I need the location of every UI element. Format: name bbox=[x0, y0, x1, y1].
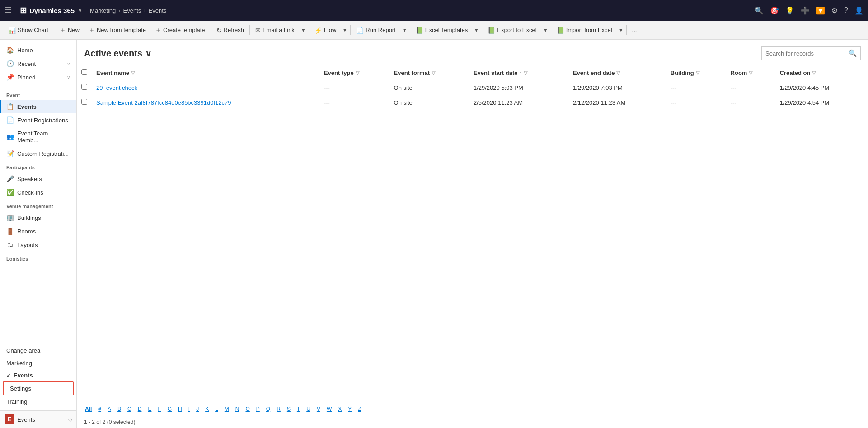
refresh-button[interactable]: ↻ Refresh bbox=[212, 24, 249, 36]
filter-room-icon[interactable]: ▽ bbox=[749, 70, 752, 76]
brand-chevron[interactable]: ∨ bbox=[78, 8, 82, 14]
alpha-btn-s[interactable]: S bbox=[284, 405, 293, 413]
email-dropdown-button[interactable]: ▾ bbox=[299, 24, 308, 36]
brand[interactable]: ⊞ Dynamics 365 ∨ bbox=[20, 5, 82, 15]
run-report-button[interactable]: 📄 Run Report bbox=[352, 24, 400, 36]
filter-created-on-icon[interactable]: ▽ bbox=[812, 70, 816, 76]
search-submit-button[interactable]: 🔍 bbox=[845, 49, 861, 57]
search-input[interactable] bbox=[762, 50, 845, 57]
alpha-btn-u[interactable]: U bbox=[304, 405, 313, 413]
hamburger-icon[interactable]: ☰ bbox=[5, 5, 12, 15]
breadcrumb: Marketing › Events › Events bbox=[90, 7, 166, 14]
breadcrumb-app[interactable]: Marketing bbox=[90, 7, 116, 14]
filter-event-type-icon[interactable]: ▽ bbox=[356, 70, 359, 76]
alpha-btn-all[interactable]: All bbox=[82, 405, 94, 413]
row-checkbox[interactable] bbox=[81, 84, 87, 90]
alpha-btn-v[interactable]: V bbox=[314, 405, 323, 413]
target-icon[interactable]: 🎯 bbox=[770, 6, 779, 15]
sidebar-menu-settings-label: Settings bbox=[10, 385, 31, 392]
import-excel-dropdown[interactable]: ▾ bbox=[617, 24, 625, 36]
sidebar-menu-marketing[interactable]: Marketing bbox=[0, 357, 76, 369]
filter-event-name-icon[interactable]: ▽ bbox=[131, 70, 135, 76]
alpha-btn-d[interactable]: D bbox=[135, 405, 145, 413]
sidebar-item-pinned[interactable]: 📌 Pinned ∨ bbox=[0, 70, 76, 84]
toolbar-sep6 bbox=[410, 25, 410, 35]
alpha-btn-#[interactable]: # bbox=[95, 405, 104, 413]
sidebar-item-speakers[interactable]: 🎤 Speakers bbox=[0, 172, 76, 186]
col-building-label: Building bbox=[671, 70, 694, 76]
alpha-btn-k[interactable]: K bbox=[202, 405, 211, 413]
sidebar-item-rooms[interactable]: 🚪 Rooms bbox=[0, 224, 76, 238]
excel-templates-button[interactable]: 📗 Excel Templates bbox=[411, 24, 472, 36]
alpha-btn-h[interactable]: H bbox=[175, 405, 185, 413]
lightbulb-icon[interactable]: 💡 bbox=[785, 6, 794, 15]
chart-icon: 📊 bbox=[8, 27, 16, 34]
sidebar-item-layouts[interactable]: 🗂 Layouts bbox=[0, 238, 76, 251]
sidebar-footer-brand[interactable]: E Events ◇ bbox=[0, 410, 76, 428]
alpha-btn-m[interactable]: M bbox=[222, 405, 232, 413]
alpha-btn-t[interactable]: T bbox=[294, 405, 303, 413]
person-icon[interactable]: 👤 bbox=[854, 6, 863, 15]
new-from-template-button[interactable]: ＋ New from template bbox=[84, 24, 150, 37]
export-to-excel-button[interactable]: 📗 Export to Excel bbox=[483, 24, 541, 36]
row-checkbox[interactable] bbox=[81, 99, 87, 105]
filter-nav-icon[interactable]: 🔽 bbox=[816, 6, 825, 15]
run-report-dropdown[interactable]: ▾ bbox=[400, 24, 409, 36]
alpha-btn-c[interactable]: C bbox=[125, 405, 134, 413]
create-template-button[interactable]: ＋ Create template bbox=[150, 24, 210, 37]
row-building: --- bbox=[666, 80, 726, 95]
export-excel-dropdown[interactable]: ▾ bbox=[541, 24, 550, 36]
sidebar-item-events[interactable]: 📋 Events bbox=[0, 100, 76, 113]
alpha-btn-n[interactable]: N bbox=[233, 405, 242, 413]
import-from-excel-button[interactable]: 📗 Import from Excel bbox=[552, 24, 617, 36]
alpha-btn-w[interactable]: W bbox=[324, 405, 334, 413]
sort-start-date-icon[interactable]: ↑ bbox=[519, 70, 522, 75]
filter-event-format-icon[interactable]: ▽ bbox=[432, 70, 435, 76]
show-chart-button[interactable]: 📊 Show Chart bbox=[4, 24, 53, 36]
flow-dropdown-button[interactable]: ▾ bbox=[341, 24, 349, 36]
alpha-btn-y[interactable]: Y bbox=[345, 405, 354, 413]
alpha-btn-f[interactable]: F bbox=[155, 405, 164, 413]
alpha-btn-j[interactable]: J bbox=[193, 405, 202, 413]
sidebar-item-home[interactable]: 🏠 Home bbox=[0, 43, 76, 57]
sidebar-menu-training[interactable]: Training bbox=[0, 395, 76, 408]
sidebar-menu-settings[interactable]: Settings bbox=[4, 382, 73, 395]
email-link-button[interactable]: ✉ Email a Link bbox=[251, 24, 299, 36]
alpha-btn-r[interactable]: R bbox=[274, 405, 283, 413]
alpha-btn-p[interactable]: P bbox=[253, 405, 263, 413]
alpha-btn-g[interactable]: G bbox=[165, 405, 174, 413]
sidebar-menu-events[interactable]: ✓ Events bbox=[0, 369, 76, 381]
new-button[interactable]: ＋ New bbox=[55, 24, 84, 37]
breadcrumb-events1[interactable]: Events bbox=[123, 7, 141, 14]
sidebar-item-recent[interactable]: 🕐 Recent ∨ bbox=[0, 57, 76, 70]
event-name-link[interactable]: Sample Event 2af8f787fcc84d0e85bc3391d0f… bbox=[96, 99, 231, 106]
alpha-btn-b[interactable]: B bbox=[115, 405, 124, 413]
excel-templates-dropdown[interactable]: ▾ bbox=[472, 24, 481, 36]
event-name-link[interactable]: 29_event check bbox=[96, 84, 137, 91]
alpha-btn-e[interactable]: E bbox=[145, 405, 154, 413]
settings-nav-icon[interactable]: ⚙ bbox=[831, 6, 838, 15]
sidebar-item-custom-reg[interactable]: 📝 Custom Registrati... bbox=[0, 147, 76, 160]
alpha-btn-i[interactable]: I bbox=[186, 405, 192, 413]
sidebar-item-checkins[interactable]: ✅ Check-ins bbox=[0, 186, 76, 199]
alpha-btn-o[interactable]: O bbox=[243, 405, 253, 413]
sidebar-item-event-registrations[interactable]: 📄 Event Registrations bbox=[0, 113, 76, 127]
search-nav-icon[interactable]: 🔍 bbox=[755, 6, 764, 15]
sidebar-item-event-team[interactable]: 👥 Event Team Memb... bbox=[0, 127, 76, 147]
filter-start-date-icon[interactable]: ▽ bbox=[524, 70, 527, 76]
alpha-btn-z[interactable]: Z bbox=[355, 405, 364, 413]
filter-building-icon[interactable]: ▽ bbox=[696, 70, 699, 76]
alpha-btn-a[interactable]: A bbox=[105, 405, 114, 413]
more-button[interactable]: ... bbox=[628, 24, 642, 36]
sidebar-item-buildings[interactable]: 🏢 Buildings bbox=[0, 211, 76, 224]
filter-end-date-icon[interactable]: ▽ bbox=[616, 70, 620, 76]
plus-nav-icon[interactable]: ➕ bbox=[801, 6, 810, 15]
select-all-checkbox[interactable] bbox=[81, 69, 87, 75]
flow-button[interactable]: ⚡ Flow bbox=[310, 24, 341, 36]
title-chevron[interactable]: ∨ bbox=[145, 48, 152, 59]
alpha-btn-l[interactable]: L bbox=[212, 405, 221, 413]
alpha-btn-q[interactable]: Q bbox=[263, 405, 273, 413]
alpha-btn-x[interactable]: X bbox=[335, 405, 344, 413]
change-area-button[interactable]: Change area bbox=[0, 344, 76, 357]
question-icon[interactable]: ? bbox=[844, 6, 848, 14]
